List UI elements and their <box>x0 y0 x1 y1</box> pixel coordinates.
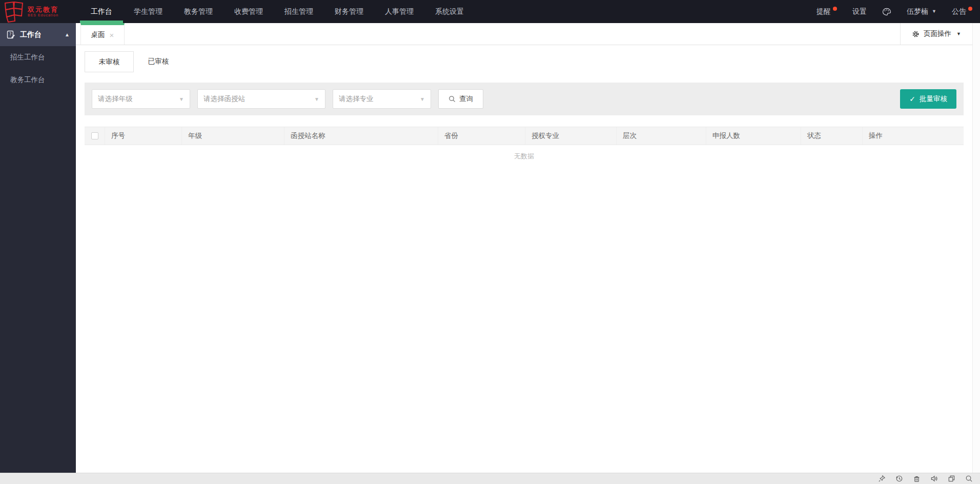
history-icon[interactable] <box>895 475 903 482</box>
empty-table-message: 无数据 <box>85 145 964 168</box>
page-tabbar: 桌面 × 页面操作 ▼ <box>76 23 972 45</box>
user-menu[interactable]: 伍梦楠 ▼ <box>899 0 944 23</box>
table-header-row: 序号 年级 函授站名称 省份 授权专业 层次 申报人数 状态 操作 <box>85 127 964 145</box>
column-header-authorized-major: 授权专业 <box>525 127 617 145</box>
major-select[interactable]: 请选择专业 ▼ <box>333 89 431 109</box>
sidebar-header-label: 工作台 <box>20 30 65 39</box>
vertical-scrollbar[interactable] <box>972 23 980 473</box>
logo-text: 双元教育 BES Education <box>28 6 58 17</box>
tab-unaudited[interactable]: 未审核 <box>85 51 134 72</box>
sidebar-item-admission-workbench[interactable]: 招生工作台 <box>0 46 76 69</box>
column-header-province: 省份 <box>438 127 525 145</box>
pin-icon[interactable] <box>878 475 886 482</box>
column-header-grade: 年级 <box>182 127 284 145</box>
column-header-station-name: 函授站名称 <box>284 127 438 145</box>
page-actions-dropdown[interactable]: 页面操作 ▼ <box>900 23 972 45</box>
theme-palette-button[interactable] <box>874 8 899 16</box>
main-layout: ? 工作台 ▲ 招生工作台 教务工作台 桌面 × 页面 <box>0 23 980 473</box>
column-header-actions: 操作 <box>863 127 964 145</box>
caret-down-icon: ▼ <box>956 31 961 36</box>
major-select-placeholder: 请选择专业 <box>339 94 374 104</box>
announcement-label: 公告 <box>952 0 966 23</box>
caret-down-icon: ▼ <box>420 96 425 102</box>
tab-audited[interactable]: 已审核 <box>134 51 183 72</box>
caret-down-icon: ▼ <box>179 96 184 102</box>
user-name: 伍梦楠 <box>907 0 928 23</box>
search-button-label: 查询 <box>459 94 473 104</box>
content-panel: 未审核 已审核 请选择年级 ▼ 请选择函授站 ▼ 请选择专业 ▼ <box>76 45 972 473</box>
menu-item-hr-mgmt[interactable]: 人事管理 <box>374 0 424 23</box>
filter-panel: 请选择年级 ▼ 请选择函授站 ▼ 请选择专业 ▼ <box>85 83 964 115</box>
announcement-button[interactable]: 公告 <box>944 0 980 23</box>
main-wrap: 桌面 × 页面操作 ▼ 未审核 已审核 <box>76 23 980 473</box>
caret-down-icon: ▼ <box>314 96 319 102</box>
windows-icon[interactable] <box>948 475 955 482</box>
sidebar-item-academic-workbench[interactable]: 教务工作台 <box>0 69 76 91</box>
menu-item-system-settings[interactable]: 系统设置 <box>424 0 475 23</box>
column-header-applicant-count: 申报人数 <box>706 127 801 145</box>
caret-down-icon: ▼ <box>932 0 936 23</box>
close-icon[interactable]: × <box>110 31 114 39</box>
settings-label: 设置 <box>852 0 867 23</box>
column-header-level: 层次 <box>617 127 706 145</box>
notice-label: 提醒 <box>816 0 831 23</box>
station-select-placeholder: 请选择函授站 <box>203 94 245 104</box>
page-actions-label: 页面操作 <box>924 29 951 38</box>
grade-select-placeholder: 请选择年级 <box>98 94 133 104</box>
audit-view-tabs: 未审核 已审核 <box>85 51 964 72</box>
batch-audit-button[interactable]: ✓ 批量审核 <box>900 89 956 109</box>
select-all-cell <box>85 127 105 145</box>
sidebar-header-workbench[interactable]: ? 工作台 ▲ <box>0 23 76 46</box>
trash-icon[interactable] <box>913 475 921 482</box>
menu-item-academic-mgmt[interactable]: 教务管理 <box>173 0 223 23</box>
chevron-up-icon[interactable]: ▲ <box>65 32 70 37</box>
topbar-right: 提醒 设置 伍梦楠 ▼ 公告 <box>809 0 980 23</box>
gear-icon <box>912 30 920 38</box>
menu-item-workbench[interactable]: 工作台 <box>80 0 123 23</box>
search-icon[interactable] <box>965 475 973 482</box>
menu-item-finance-mgmt[interactable]: 财务管理 <box>324 0 374 23</box>
app-logo[interactable]: 双元教育 BES Education <box>0 0 76 23</box>
sidebar: ? 工作台 ▲ 招生工作台 教务工作台 <box>0 23 76 473</box>
palette-icon <box>882 8 891 16</box>
volume-icon[interactable] <box>930 475 938 482</box>
logo-mark-icon <box>2 1 26 23</box>
bottom-taskbar <box>0 473 980 484</box>
top-menu: 工作台 学生管理 教务管理 收费管理 招生管理 财务管理 人事管理 系统设置 <box>80 0 475 23</box>
logo-title: 双元教育 <box>28 6 58 13</box>
station-select[interactable]: 请选择函授站 ▼ <box>197 89 325 109</box>
notice-badge-dot <box>833 7 837 11</box>
tab-desktop-label: 桌面 <box>91 30 105 39</box>
menu-item-fee-mgmt[interactable]: 收费管理 <box>223 0 274 23</box>
check-icon: ✓ <box>909 95 915 103</box>
topbar: 双元教育 BES Education 工作台 学生管理 教务管理 收费管理 招生… <box>0 0 980 23</box>
announcement-badge-dot <box>968 7 972 11</box>
column-header-status: 状态 <box>801 127 863 145</box>
svg-text:?: ? <box>9 32 11 37</box>
select-all-checkbox[interactable] <box>91 132 98 139</box>
menu-item-admission-mgmt[interactable]: 招生管理 <box>274 0 324 23</box>
main-area: 桌面 × 页面操作 ▼ 未审核 已审核 <box>76 23 972 473</box>
batch-audit-label: 批量审核 <box>920 94 947 104</box>
settings-button[interactable]: 设置 <box>845 0 874 23</box>
notice-button[interactable]: 提醒 <box>809 0 845 23</box>
grade-select[interactable]: 请选择年级 ▼ <box>92 89 190 109</box>
search-button[interactable]: 查询 <box>438 89 483 109</box>
search-icon <box>448 95 456 103</box>
tab-desktop[interactable]: 桌面 × <box>80 23 125 45</box>
menu-item-student-mgmt[interactable]: 学生管理 <box>123 0 173 23</box>
document-edit-icon: ? <box>6 30 15 39</box>
logo-subtitle: BES Education <box>28 13 58 17</box>
column-header-index: 序号 <box>105 127 182 145</box>
